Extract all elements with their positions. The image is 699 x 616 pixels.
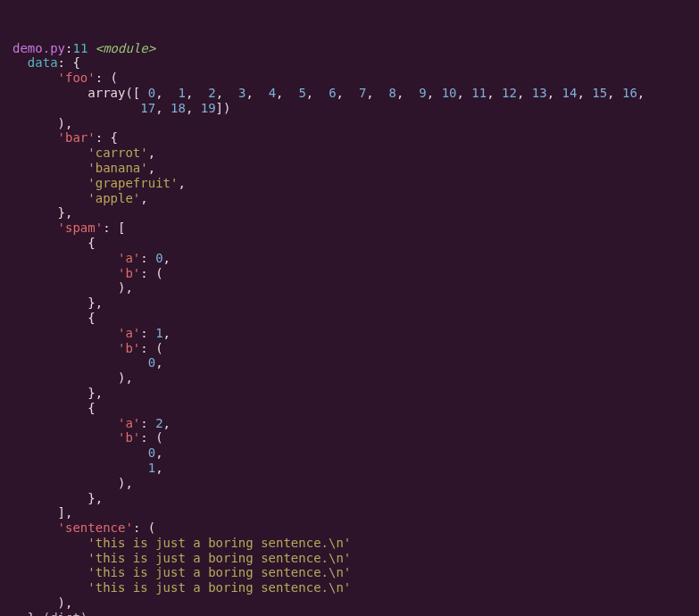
key-spam: 'spam' <box>58 221 104 235</box>
spam-e0-open: { <box>87 236 95 250</box>
sentence-line-3: 'this is just a boring sentence.\n' <box>87 580 351 595</box>
arr-n19: 19 <box>201 101 216 115</box>
dict-type: (dict) <box>35 611 87 616</box>
sentence-line-2: 'this is just a boring sentence.\n' <box>87 565 351 579</box>
arr-n1: 1 <box>178 86 185 100</box>
bar-item-3: 'apple' <box>87 191 140 205</box>
arr-n15: 15 <box>592 86 607 100</box>
sentence-line-0: 'this is just a boring sentence.\n' <box>87 536 351 550</box>
spam-e1-open: { <box>87 311 95 325</box>
spam-e1-b-close: ), <box>118 370 133 385</box>
key-bar: 'bar' <box>58 130 96 145</box>
arr-n6: 6 <box>329 86 336 100</box>
spam-e2-b-key: 'b' <box>118 430 140 445</box>
spam-e0-b-key: 'b' <box>118 266 140 280</box>
arr-n8: 8 <box>389 86 396 100</box>
spam-e0-a-val: 0 <box>155 251 162 265</box>
array-close: ]) <box>216 101 231 115</box>
arr-n10: 10 <box>442 86 457 100</box>
spam-close: ], <box>58 505 73 520</box>
sentence-line-1: 'this is just a boring sentence.\n' <box>87 551 351 565</box>
key-foo: 'foo' <box>58 71 96 85</box>
arr-n9: 9 <box>419 86 426 100</box>
arr-n17: 17 <box>140 101 155 115</box>
spam-e0-a-key: 'a' <box>118 251 140 265</box>
var-name: data <box>28 55 58 70</box>
arr-n14: 14 <box>562 86 578 100</box>
arr-n11: 11 <box>471 86 487 100</box>
spam-e2-b-v1: 1 <box>148 461 155 475</box>
arr-n2: 2 <box>208 86 215 100</box>
arr-n18: 18 <box>171 101 186 115</box>
sentence-colon: : ( <box>133 520 155 535</box>
spam-e0-b-open: ( <box>155 266 162 280</box>
spam-e2-a-val: 2 <box>155 416 162 430</box>
spam-e0-close: }, <box>87 296 103 310</box>
spam-e2-open: { <box>87 401 95 415</box>
lineno: 11 <box>72 41 87 55</box>
array-open: array([ <box>87 86 147 100</box>
line-header: demo.py:11 <module> <box>12 41 155 55</box>
bar-item-2: 'grapefruit' <box>87 176 178 190</box>
spam-e2-close: }, <box>87 491 103 505</box>
arr-n4: 4 <box>269 86 276 100</box>
foo-colon: : ( <box>96 71 118 85</box>
var-colon: : <box>58 55 73 70</box>
spam-e2-b-v0: 0 <box>148 445 155 460</box>
module: <module> <box>96 41 155 55</box>
spam-e1-b-v0: 0 <box>148 355 155 370</box>
sentence-close: ), <box>58 595 73 610</box>
spam-e1-close: }, <box>87 386 103 400</box>
arr-n12: 12 <box>502 86 517 100</box>
spam-e1-b-key: 'b' <box>118 341 140 355</box>
spam-e2-b-open: ( <box>155 430 162 445</box>
spam-e1-b-open: ( <box>155 341 162 355</box>
arr-n0: 0 <box>148 86 155 100</box>
bar-close: }, <box>58 205 73 220</box>
spam-e1-a-val: 1 <box>155 326 162 340</box>
key-sentence: 'sentence' <box>58 520 133 535</box>
spam-e1-a-key: 'a' <box>118 326 140 340</box>
spam-colon: : [ <box>103 221 125 235</box>
bar-item-1: 'banana' <box>87 161 147 175</box>
spam-e2-a-key: 'a' <box>118 416 140 430</box>
dict-open: { <box>72 55 79 70</box>
spam-e2-b-close: ), <box>118 476 133 490</box>
filename: demo.py <box>12 41 65 55</box>
arr-n5: 5 <box>298 86 305 100</box>
arr-n13: 13 <box>532 86 547 100</box>
foo-close: ), <box>58 116 73 130</box>
spam-e0-b-close: ), <box>118 280 133 295</box>
bar-colon: : { <box>96 130 118 145</box>
bar-item-0: 'carrot' <box>87 146 147 160</box>
arr-n16: 16 <box>622 86 637 100</box>
